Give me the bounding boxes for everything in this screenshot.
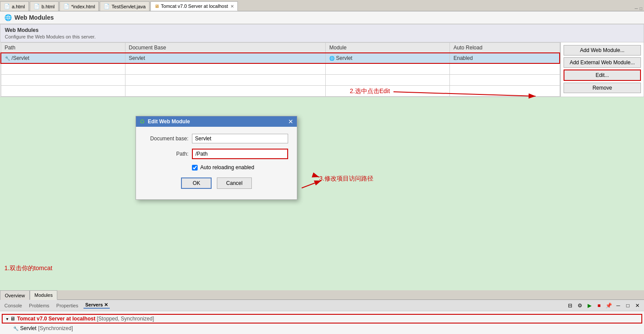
- path-input[interactable]: [192, 149, 288, 159]
- tab-label: *index.html: [71, 4, 95, 9]
- col-header-module: Module: [326, 43, 450, 53]
- tab-overview[interactable]: Overview: [0, 290, 30, 300]
- buttons-panel: Add Web Module... Add External Web Modul…: [560, 42, 644, 97]
- cell-autoreload: Enabled: [450, 53, 560, 63]
- tab-label: b.html: [42, 4, 55, 9]
- tab-modules-label: Modules: [35, 292, 53, 298]
- main-area: 🌐 Web Modules Web Modules Configure the …: [0, 11, 644, 334]
- dialog-buttons: OK Cancel: [145, 177, 288, 192]
- file-icon: 📄: [4, 3, 10, 9]
- tab-modules[interactable]: Modules: [30, 290, 58, 300]
- dialog-titlebar: ♻ Edit Web Module ✕: [136, 116, 297, 127]
- tab-tomcat-server[interactable]: 🖥 Tomcat v7.0 Server at localhost ✕: [150, 1, 238, 11]
- document-base-label: Document base:: [145, 136, 188, 142]
- table-row-empty-2: [1, 74, 560, 85]
- page-title-icon: 🌐: [4, 14, 12, 21]
- dialog-close-button[interactable]: ✕: [288, 118, 293, 125]
- file-icon: 📄: [63, 3, 70, 9]
- annotation-3: 3.修改项目访问路径: [319, 175, 373, 183]
- table-row-empty-1: [1, 63, 560, 74]
- row-icon: 🔧: [5, 56, 10, 61]
- toolbar-pin-btn[interactable]: 📌: [605, 302, 613, 310]
- bottom-tabs: Overview Modules: [0, 290, 644, 300]
- table-area: Path Document Base Module Auto Reload 🔧 …: [0, 42, 644, 97]
- tab-label: TestServlet.java: [111, 4, 146, 9]
- add-external-web-module-button[interactable]: Add External Web Module...: [564, 57, 641, 68]
- web-modules-header: Web Modules Configure the Web Modules on…: [0, 24, 644, 42]
- annotation-1: 1.双击你的tomcat: [4, 264, 52, 272]
- col-header-path: Path: [1, 43, 125, 53]
- table-row[interactable]: 🔧 /Servlet Servlet 🌐 Servlet Enabled: [1, 53, 560, 63]
- toolbar-stop-btn[interactable]: ■: [595, 302, 603, 310]
- dialog-title: Edit Web Module: [148, 118, 285, 125]
- server-status: [Stopped, Synchronized]: [97, 316, 154, 322]
- section-title: Web Modules: [5, 27, 639, 33]
- page-title-bar: 🌐 Web Modules: [0, 11, 644, 24]
- tab-index-html[interactable]: 📄 *index.html: [59, 1, 99, 11]
- file-icon: 📄: [34, 3, 40, 9]
- cell-path: 🔧 /Servlet: [1, 53, 125, 63]
- tab-problems[interactable]: Problems: [27, 303, 51, 308]
- ok-button[interactable]: OK: [181, 177, 212, 189]
- file-icon: 📄: [104, 3, 110, 9]
- add-web-module-button[interactable]: Add Web Module...: [564, 45, 641, 56]
- server-sub-item-servlet[interactable]: 🔧 Servlet [Synchronized]: [0, 324, 644, 332]
- auto-reload-label: Auto reloading enabled: [200, 164, 254, 170]
- maximize-icon[interactable]: □: [640, 6, 642, 11]
- server-list: ▾ 🖥 Tomcat v7.0 Server at localhost [Sto…: [0, 311, 644, 334]
- tab-bar: 📄 a.html 📄 b.html 📄 *index.html 📄 TestSe…: [0, 0, 644, 11]
- toolbar-max-btn[interactable]: □: [624, 302, 632, 310]
- window-controls: ─ □: [635, 6, 644, 11]
- toolbar-close-btn[interactable]: ✕: [634, 302, 641, 310]
- content-panel: Web Modules Configure the Web Modules on…: [0, 24, 644, 290]
- section-description: Configure the Web Modules on this server…: [5, 34, 639, 39]
- toolbar-sync-btn[interactable]: ⚙: [576, 302, 584, 310]
- tab-servers[interactable]: Servers ✕: [84, 302, 110, 309]
- toolbar-min-btn[interactable]: ─: [614, 302, 622, 310]
- cancel-button[interactable]: Cancel: [217, 177, 251, 189]
- auto-reload-checkbox[interactable]: [192, 165, 198, 170]
- dialog-body: Document base: Path: Auto reloading enab…: [136, 127, 297, 199]
- tab-console[interactable]: Console: [3, 303, 24, 308]
- edit-button[interactable]: Edit...: [564, 70, 641, 81]
- server-name: Tomcat v7.0 Server at localhost [Stopped…: [17, 316, 154, 322]
- edit-web-module-dialog: ♻ Edit Web Module ✕ Document base: Path:…: [136, 116, 297, 200]
- server-item-tomcat[interactable]: ▾ 🖥 Tomcat v7.0 Server at localhost [Sto…: [2, 314, 642, 324]
- servlet-icon: 🔧: [13, 326, 18, 331]
- path-row: Path:: [145, 149, 288, 159]
- document-base-input[interactable]: [192, 134, 288, 143]
- col-header-docbase: Document Base: [125, 43, 326, 53]
- tab-label: Tomcat v7.0 Server at localhost: [161, 3, 228, 9]
- table-wrapper: Path Document Base Module Auto Reload 🔧 …: [0, 42, 560, 97]
- svg-line-2: [313, 175, 319, 177]
- tab-properties[interactable]: Properties: [55, 303, 80, 308]
- col-header-autoreload: Auto Reload: [450, 43, 560, 53]
- toolbar-collapse-btn[interactable]: ⊟: [566, 302, 574, 310]
- tab-label: a.html: [12, 4, 25, 9]
- tab-testservlet-java[interactable]: 📄 TestServlet.java: [100, 1, 150, 11]
- server-panel-tabs: Console Problems Properties Servers ✕: [3, 301, 564, 310]
- server-panel: Console Problems Properties Servers ✕ ⊟ …: [0, 300, 644, 334]
- remove-button[interactable]: Remove: [564, 83, 641, 93]
- table-row-empty-3: [1, 85, 560, 96]
- toolbar-start-btn[interactable]: ▶: [585, 302, 593, 310]
- server-icon: 🖥: [10, 316, 15, 322]
- cell-module: 🌐 Servlet: [326, 53, 450, 63]
- path-label: Path:: [145, 151, 188, 157]
- server-toolbar: Console Problems Properties Servers ✕ ⊟ …: [0, 300, 644, 311]
- tab-b-html[interactable]: 📄 b.html: [30, 1, 59, 11]
- module-icon: 🌐: [329, 56, 334, 61]
- web-modules-section: Web Modules Configure the Web Modules on…: [0, 24, 644, 97]
- expand-icon: ▾: [6, 317, 8, 321]
- servlet-name: Servlet: [20, 325, 36, 331]
- page-title: Web Modules: [14, 14, 54, 21]
- tab-a-html[interactable]: 📄 a.html: [0, 1, 29, 11]
- minimize-icon[interactable]: ─: [635, 6, 638, 11]
- tab-close-icon[interactable]: ✕: [230, 4, 234, 9]
- modules-table: Path Document Base Module Auto Reload 🔧 …: [0, 42, 560, 97]
- tab-overview-label: Overview: [5, 293, 25, 298]
- dialog-icon: ♻: [139, 118, 145, 125]
- cell-docbase: Servlet: [125, 53, 326, 63]
- servlet-status: [Synchronized]: [38, 325, 73, 331]
- autoreload-row: Auto reloading enabled: [192, 164, 288, 170]
